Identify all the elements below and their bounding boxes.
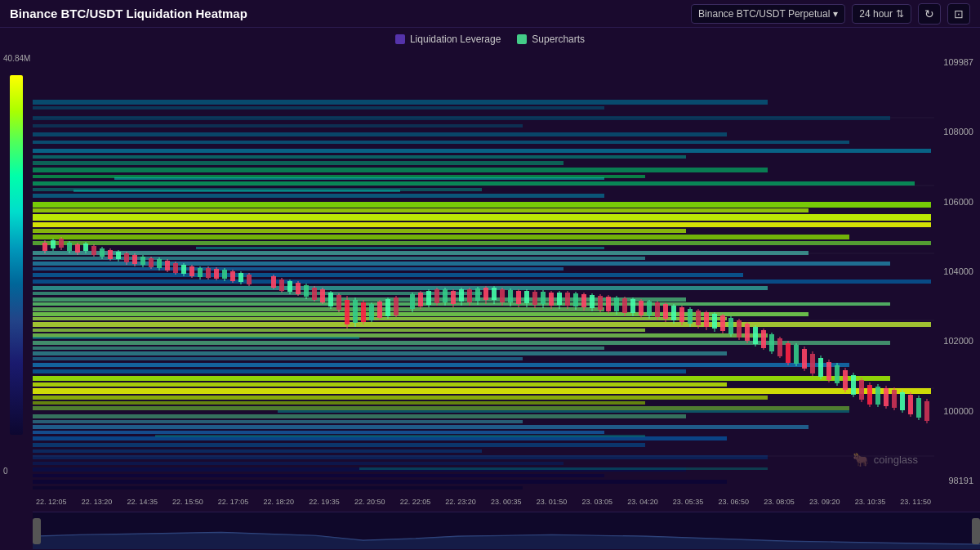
svg-rect-213 — [622, 298, 627, 313]
svg-rect-279 — [892, 390, 897, 408]
svg-rect-99 — [132, 255, 137, 264]
svg-rect-107 — [165, 261, 170, 271]
svg-rect-221 — [655, 302, 660, 317]
page-title: Binance BTC/USDT Liquidation Heatmap — [10, 7, 247, 20]
svg-rect-145 — [336, 295, 341, 310]
svg-rect-113 — [189, 266, 194, 276]
svg-rect-217 — [639, 301, 644, 315]
svg-rect-185 — [508, 290, 513, 302]
screenshot-button[interactable]: ⊡ — [947, 3, 970, 25]
svg-rect-115 — [198, 268, 203, 277]
exchange-selector[interactable]: Binance BTC/USDT Perpetual ▾ — [691, 4, 845, 24]
legend-color-liquidation — [395, 34, 405, 44]
svg-rect-229 — [688, 309, 693, 324]
x-label-14: 23. 05:35 — [673, 498, 704, 506]
chart-main: 🐂 coinglass — [33, 51, 934, 492]
svg-rect-197 — [557, 293, 562, 305]
svg-rect-203 — [581, 294, 586, 307]
y-axis: 109987 108000 106000 104000 102000 10000… — [934, 51, 980, 492]
svg-rect-79 — [51, 240, 56, 248]
refresh-button[interactable]: ↻ — [918, 3, 941, 25]
scale-bar — [10, 75, 23, 435]
mini-handle-right[interactable] — [972, 518, 980, 544]
svg-rect-251 — [777, 338, 782, 356]
x-label-12: 23. 03:05 — [581, 498, 612, 506]
svg-rect-83 — [67, 243, 72, 251]
svg-rect-131 — [279, 279, 284, 291]
svg-rect-155 — [377, 302, 382, 318]
svg-rect-207 — [598, 296, 603, 310]
svg-rect-265 — [835, 365, 840, 383]
svg-rect-175 — [467, 289, 472, 302]
svg-rect-181 — [492, 288, 497, 300]
svg-rect-285 — [916, 398, 921, 418]
svg-rect-171 — [451, 291, 456, 304]
svg-rect-149 — [353, 300, 358, 323]
legend-label-liquidation: Liquidation Leverage — [410, 34, 501, 45]
svg-rect-177 — [475, 288, 480, 301]
svg-rect-235 — [712, 314, 717, 329]
x-label-5: 22. 18:20 — [264, 498, 295, 506]
svg-rect-281 — [900, 392, 905, 410]
svg-rect-141 — [320, 289, 325, 302]
color-scale: 40.84M 0 — [0, 51, 33, 492]
y-label-0: 109987 — [938, 57, 977, 67]
svg-rect-255 — [794, 345, 799, 364]
svg-rect-267 — [843, 370, 848, 390]
svg-rect-165 — [426, 291, 431, 305]
svg-rect-119 — [214, 269, 219, 279]
x-label-2: 22. 14:35 — [127, 498, 158, 506]
svg-rect-151 — [361, 302, 366, 322]
y-label-5: 100000 — [938, 406, 977, 416]
svg-rect-243 — [745, 324, 750, 341]
svg-rect-209 — [606, 297, 611, 311]
svg-rect-81 — [59, 239, 64, 248]
candles-svg — [33, 51, 934, 492]
svg-rect-195 — [549, 293, 554, 306]
svg-rect-215 — [630, 299, 635, 313]
svg-rect-163 — [418, 293, 423, 306]
svg-rect-93 — [108, 250, 113, 259]
header-controls: Binance BTC/USDT Perpetual ▾ 24 hour ⇅ ↻… — [691, 3, 970, 25]
y-label-1: 108000 — [938, 127, 977, 136]
svg-rect-263 — [826, 362, 831, 380]
legend-label-supercharts: Supercharts — [532, 34, 585, 45]
svg-rect-253 — [786, 343, 791, 363]
mini-handle-left[interactable] — [33, 518, 41, 544]
svg-rect-237 — [720, 315, 725, 331]
svg-rect-159 — [394, 297, 399, 315]
svg-rect-87 — [83, 244, 88, 251]
x-label-10: 23. 00:35 — [491, 498, 522, 506]
svg-rect-287 — [924, 401, 929, 421]
svg-rect-271 — [859, 380, 864, 400]
svg-rect-121 — [222, 270, 227, 279]
svg-rect-147 — [345, 300, 350, 324]
svg-rect-219 — [647, 302, 652, 315]
mini-chart[interactable] — [33, 512, 980, 549]
svg-rect-117 — [206, 268, 211, 278]
svg-rect-249 — [769, 334, 774, 351]
svg-rect-105 — [157, 259, 162, 268]
svg-rect-111 — [181, 265, 186, 274]
y-label-3: 104000 — [938, 266, 977, 276]
y-label-6: 98191 — [938, 476, 977, 485]
x-label-1: 22. 13:20 — [82, 498, 113, 506]
chart-container: 40.84M 0 — [0, 51, 980, 492]
svg-rect-97 — [124, 253, 129, 262]
svg-rect-137 — [304, 285, 309, 297]
chevron-down-icon: ▾ — [833, 8, 838, 20]
refresh-icon: ↻ — [924, 7, 934, 20]
x-label-11: 23. 01:50 — [537, 498, 568, 506]
watermark-bull-icon: 🐂 — [853, 452, 869, 467]
svg-rect-211 — [614, 297, 619, 311]
svg-rect-269 — [851, 375, 856, 395]
svg-rect-275 — [875, 387, 880, 405]
legend-item-liquidation: Liquidation Leverage — [395, 34, 501, 45]
camera-icon: ⊡ — [954, 7, 964, 20]
svg-rect-205 — [590, 295, 595, 308]
svg-rect-239 — [728, 318, 733, 334]
svg-rect-183 — [500, 289, 505, 302]
svg-rect-189 — [524, 291, 529, 303]
legend: Liquidation Leverage Supercharts — [0, 28, 980, 51]
time-selector[interactable]: 24 hour ⇅ — [852, 4, 911, 24]
